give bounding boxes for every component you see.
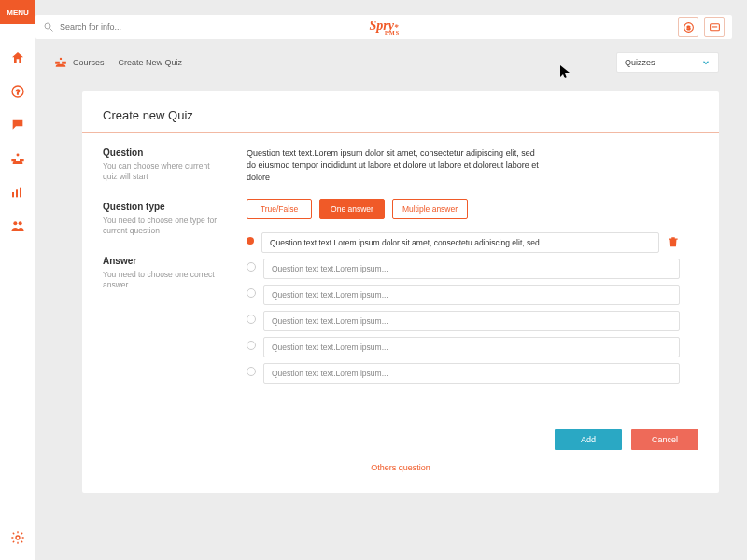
quiz-card: Create new Quiz Question You can choose … [82,91,719,493]
cancel-button[interactable]: Cancel [631,429,698,450]
svg-point-15 [60,58,62,60]
section-answer-help: You need to choose one correct answer [103,270,224,291]
question-type-group: True/False One answer Multiple answer [247,199,680,219]
chat-icon[interactable] [8,116,27,134]
answer-row: Question text text.Lorem ipsum... [247,311,680,331]
answers-list: Question text text.Lorem ipsum dolor sit… [247,232,680,384]
answer-row: Question text text.Lorem ipsum... [247,285,680,305]
menu-button[interactable]: MENU [0,0,35,24]
crumb-root[interactable]: Courses [73,58,105,67]
search-input[interactable] [60,22,190,32]
svg-point-9 [45,23,50,29]
answer-text[interactable]: Question text text.Lorem ipsum... [263,337,680,357]
svg-rect-5 [20,188,21,198]
breadcrumb: Courses - Create New Quiz [54,56,182,69]
answer-row: Question text text.Lorem ipsum... [247,259,680,279]
view-dropdown[interactable]: Quizzes [616,52,719,73]
answer-radio[interactable] [247,341,256,350]
section-question-title: Question [103,147,224,158]
book-icon [54,56,67,69]
answer-radio[interactable] [247,367,256,376]
svg-point-7 [19,221,22,225]
answer-row: Question text text.Lorem ipsum... [247,337,680,357]
section-type-help: You need to choose one type for current … [103,216,224,237]
svg-line-10 [50,29,53,32]
answer-radio[interactable] [247,262,256,272]
chevron-down-icon [701,58,711,67]
svg-text:?: ? [16,88,20,96]
add-button[interactable]: Add [555,429,622,450]
home-icon[interactable] [8,49,27,67]
message-icon[interactable] [704,17,725,37]
card-title: Create new Quiz [103,108,698,122]
section-type-title: Question type [103,202,224,212]
search-icon [43,21,54,33]
answer-text[interactable]: Question text text.Lorem ipsum... [263,285,680,305]
answer-text[interactable]: Question text text.Lorem ipsum... [263,259,680,279]
settings-icon[interactable] [8,528,27,547]
answer-row: Question text text.Lorem ipsum dolor sit… [247,232,680,253]
answer-row: Question text text.Lorem ipsum... [247,363,680,384]
svg-text:S: S [686,24,690,30]
answer-text[interactable]: Question text text.Lorem ipsum... [263,363,680,384]
topbar: Spry* LMS S [35,15,732,39]
type-true-false[interactable]: True/False [247,199,312,219]
crumb-current: Create New Quiz [119,58,183,67]
users-icon[interactable] [8,217,27,235]
divider [82,132,719,133]
svg-point-2 [17,154,20,157]
others-question-link[interactable]: Others question [371,463,430,472]
type-multiple-answer[interactable]: Multiple answer [392,199,468,219]
answer-radio[interactable] [247,315,256,324]
type-one-answer[interactable]: One answer [319,199,385,219]
delete-answer-icon[interactable] [667,234,680,251]
help-icon[interactable]: ? [8,82,27,101]
dropdown-label: Quizzes [625,58,655,67]
section-answer-title: Answer [103,256,224,266]
answer-text[interactable]: Question text text.Lorem ipsum dolor sit… [261,232,659,253]
section-question-help: You can choose where current quiz will s… [103,161,224,183]
svg-point-8 [16,536,20,539]
svg-point-6 [13,221,17,225]
svg-rect-4 [16,189,18,197]
courses-icon[interactable] [8,149,27,168]
answer-text[interactable]: Question text text.Lorem ipsum... [263,311,680,331]
sidebar: MENU ? [0,0,35,560]
svg-rect-3 [12,192,14,197]
brand-logo: Spry* LMS [368,20,400,35]
question-text: Question text text.Lorem ipsum dolor sit… [247,147,545,184]
analytics-icon[interactable] [8,183,27,202]
answer-radio[interactable] [247,288,256,298]
support-icon[interactable]: S [678,17,698,37]
answer-radio[interactable] [247,237,254,245]
